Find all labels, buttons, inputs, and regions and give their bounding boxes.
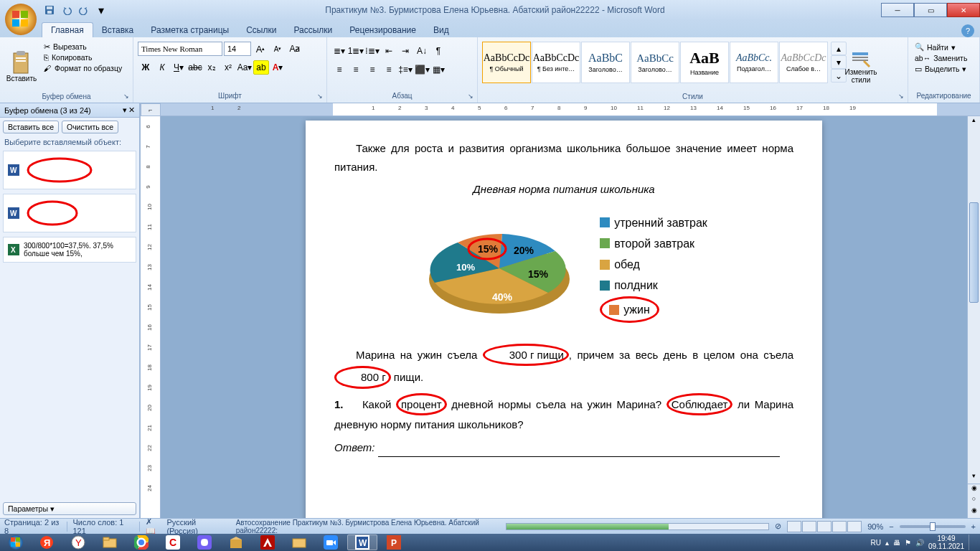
- task-app-c[interactable]: C: [158, 534, 188, 550]
- task-yandex[interactable]: Я: [32, 534, 62, 550]
- qat-redo[interactable]: [76, 2, 92, 18]
- view-web[interactable]: [817, 521, 831, 532]
- track-changes-icon[interactable]: ⊘: [775, 522, 781, 531]
- task-zoom[interactable]: [316, 534, 346, 550]
- clip-panel-menu[interactable]: ▾: [123, 105, 127, 115]
- copy-button[interactable]: ⎘Копировать: [42, 52, 124, 62]
- change-case-button[interactable]: Aa▾: [237, 60, 253, 75]
- status-language[interactable]: Русский (Россия): [166, 518, 224, 535]
- task-adobe[interactable]: [253, 534, 283, 550]
- help-button[interactable]: ?: [961, 24, 974, 37]
- scroll-up[interactable]: ▴: [968, 116, 980, 128]
- tray-flag-icon[interactable]: ⚑: [905, 539, 911, 547]
- clip-options-button[interactable]: Параметры ▾: [3, 502, 136, 515]
- clip-panel-close[interactable]: ✕: [128, 105, 135, 115]
- justify-button[interactable]: ≡: [381, 62, 397, 77]
- tab-insert[interactable]: Вставка: [93, 23, 143, 37]
- shading-button[interactable]: ⬛▾: [414, 62, 430, 77]
- subscript-button[interactable]: x₂: [204, 60, 220, 75]
- replace-button[interactable]: ab↔Заменить: [913, 53, 969, 63]
- task-viber[interactable]: [189, 534, 220, 550]
- view-draft[interactable]: [847, 521, 862, 532]
- styles-launcher[interactable]: ↘: [896, 91, 906, 101]
- proofing-icon[interactable]: ✗📖: [146, 517, 161, 536]
- tab-references[interactable]: Ссылки: [237, 23, 285, 37]
- clip-item-2[interactable]: W: [3, 194, 136, 232]
- show-marks-button[interactable]: ¶: [430, 44, 446, 58]
- minimize-button[interactable]: ─: [881, 3, 914, 17]
- clear-format-button[interactable]: Aa̷: [287, 42, 303, 56]
- highlight-button[interactable]: ab: [253, 60, 269, 75]
- task-chrome[interactable]: [126, 534, 156, 550]
- line-spacing-button[interactable]: ‡≡▾: [397, 62, 413, 77]
- zoom-level[interactable]: 90%: [867, 522, 883, 531]
- ruler-toggle[interactable]: ⌐: [141, 103, 161, 116]
- document-page[interactable]: Также для роста и развития организма шко…: [306, 121, 822, 518]
- strikethrough-button[interactable]: abc: [187, 60, 203, 75]
- view-outline[interactable]: [832, 521, 847, 532]
- browse-object[interactable]: ○: [968, 495, 980, 507]
- tray-volume-icon[interactable]: 🔊: [915, 539, 924, 547]
- qat-undo[interactable]: [59, 2, 75, 18]
- show-desktop[interactable]: [969, 534, 974, 550]
- task-word[interactable]: W: [347, 534, 377, 550]
- office-button[interactable]: [3, 1, 39, 37]
- tab-page-layout[interactable]: Разметка страницы: [142, 23, 237, 37]
- italic-button[interactable]: К: [154, 60, 170, 75]
- clipboard-launcher[interactable]: ↘: [121, 91, 131, 101]
- close-button[interactable]: ✕: [947, 3, 980, 17]
- task-browser[interactable]: Y: [63, 534, 93, 550]
- tab-view[interactable]: Вид: [425, 23, 458, 37]
- paste-button[interactable]: Вставить: [4, 42, 39, 90]
- task-powerpoint[interactable]: P: [379, 534, 409, 550]
- font-size-combo[interactable]: 14: [224, 42, 251, 56]
- font-name-combo[interactable]: Times New Roman: [138, 42, 222, 56]
- horizontal-ruler[interactable]: 1212345678910111213141516171819: [161, 103, 980, 116]
- indent-dec-button[interactable]: ⇤: [381, 44, 397, 58]
- vertical-scrollbar[interactable]: ▴ ▾ ◉ ○ ◉: [967, 116, 980, 518]
- style-title[interactable]: АаВНазвание: [680, 42, 729, 83]
- view-print-layout[interactable]: [787, 521, 801, 532]
- format-painter-button[interactable]: 🖌Формат по образцу: [42, 63, 124, 73]
- align-center-button[interactable]: ≡: [348, 62, 364, 77]
- cut-button[interactable]: ✂Вырезать: [42, 42, 124, 52]
- change-styles-button[interactable]: Изменить стили: [844, 42, 878, 90]
- tray-printer-icon[interactable]: 🖶: [893, 539, 900, 547]
- superscript-button[interactable]: x²: [220, 60, 236, 75]
- task-folder2[interactable]: [284, 534, 314, 550]
- task-box[interactable]: [221, 534, 251, 550]
- status-words[interactable]: Число слов: 1 121: [73, 518, 134, 535]
- style-normal[interactable]: AaBbCcDc¶ Обычный: [482, 42, 531, 83]
- paragraph-launcher[interactable]: ↘: [466, 91, 476, 101]
- view-full-screen[interactable]: [802, 521, 816, 532]
- style-heading1[interactable]: AaBbCЗаголово…: [581, 42, 630, 83]
- borders-button[interactable]: ▦▾: [430, 62, 446, 77]
- style-heading2[interactable]: AaBbCcЗаголово…: [631, 42, 679, 83]
- indent-inc-button[interactable]: ⇥: [397, 44, 413, 58]
- grow-font-button[interactable]: A▴: [253, 42, 268, 56]
- zoom-slider[interactable]: [900, 525, 966, 528]
- tray-lang[interactable]: RU: [870, 539, 880, 547]
- qat-customize[interactable]: ▾: [93, 2, 109, 18]
- align-right-button[interactable]: ≡: [364, 62, 380, 77]
- next-page[interactable]: ◉: [968, 507, 980, 518]
- paste-all-button[interactable]: Вставить все: [3, 121, 59, 133]
- scroll-thumb[interactable]: [969, 202, 979, 303]
- tray-show-hidden[interactable]: ▴: [885, 539, 889, 547]
- style-nospacing[interactable]: AaBbCcDc¶ Без инте…: [532, 42, 580, 83]
- zoom-out[interactable]: −: [889, 522, 893, 531]
- clip-item-3[interactable]: X 300/800*100=37,5%. 37,5% больше чем 15…: [3, 237, 136, 263]
- prev-page[interactable]: ◉: [968, 484, 980, 495]
- clear-all-button[interactable]: Очистить все: [62, 121, 118, 133]
- clip-item-1[interactable]: W: [3, 151, 136, 189]
- tab-review[interactable]: Рецензирование: [341, 23, 425, 37]
- font-launcher[interactable]: ↘: [315, 91, 325, 101]
- tray-clock[interactable]: 19:49 09.11.2021: [928, 534, 964, 550]
- zoom-in[interactable]: +: [971, 522, 976, 531]
- document-area[interactable]: Также для роста и развития организма шко…: [161, 116, 967, 518]
- shrink-font-button[interactable]: A▾: [270, 42, 286, 56]
- vertical-ruler[interactable]: 6789101112131415161718192021222324: [141, 116, 161, 518]
- tab-mailings[interactable]: Рассылки: [285, 23, 341, 37]
- zoom-thumb[interactable]: [930, 522, 936, 531]
- select-button[interactable]: ▭Выделить ▾: [913, 64, 969, 74]
